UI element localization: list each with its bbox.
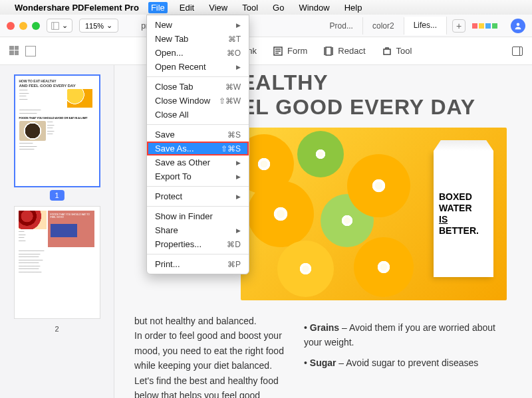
menu-item-export-to[interactable]: Export To▶ — [147, 169, 249, 183]
menu-separator — [147, 186, 249, 187]
menu-item-close-window[interactable]: Close Window⇧⌘W — [147, 94, 249, 108]
body-text-left: but not healthy and balanced. In order t… — [134, 314, 284, 398]
tool-label: Tool — [396, 46, 412, 56]
single-page-icon[interactable] — [25, 46, 36, 56]
chevron-down-icon: ⌄ — [106, 21, 112, 30]
menu-item-label: Open... — [155, 48, 184, 58]
body-text-right: • Grains – Avoid them if you are worried… — [304, 314, 512, 398]
menu-item-label: Show in Finder — [155, 211, 213, 221]
berries-thumbnail-image — [19, 211, 47, 229]
doc-tab-active[interactable]: Lifes... — [404, 17, 447, 35]
submenu-arrow-icon: ▶ — [236, 22, 241, 29]
menu-item-label: Protect — [155, 191, 182, 201]
menu-view[interactable]: View — [206, 2, 230, 13]
menu-item-label: Save As... — [155, 144, 194, 153]
menu-item-new-tab[interactable]: New Tab⌘T — [147, 32, 249, 46]
menu-help[interactable]: Help — [342, 2, 365, 13]
menu-file[interactable]: File — [148, 2, 168, 13]
page-thumbnail-2[interactable]: ━━━━━━━━━━━━━━━━━━ FOODS THAT YOU SHOULD… — [14, 206, 100, 319]
submenu-arrow-icon: ▶ — [236, 227, 241, 234]
thumbnails-sidebar[interactable]: HOW TO EAT HEALTHYAND FEEL GOOD EVERY DA… — [0, 65, 114, 398]
zoom-select[interactable]: 115% ⌄ — [79, 19, 118, 33]
menu-item-print[interactable]: Print...⌘P — [147, 257, 249, 271]
menu-shortcut: ⌘W — [225, 82, 241, 92]
file-menu-dropdown: New▶New Tab⌘TOpen...⌘OOpen Recent▶Close … — [146, 15, 249, 274]
close-button[interactable] — [7, 22, 15, 30]
menu-shortcut: ⌘P — [227, 260, 241, 269]
document-heading: EALTHY EL GOOD EVERY DAY — [241, 70, 512, 120]
menu-item-new[interactable]: New▶ — [147, 18, 249, 32]
view-mode-icons — [9, 46, 36, 56]
menu-item-label: Save — [155, 130, 175, 140]
menu-item-label: Close Window — [155, 96, 210, 106]
thumbnail-view-icon[interactable] — [9, 46, 19, 55]
redact-label: Redact — [338, 46, 365, 56]
menu-go[interactable]: Go — [270, 2, 287, 13]
submenu-arrow-icon: ▶ — [236, 159, 241, 166]
window-toolbar: ⌄ 115% ⌄ prod... Prod... color2 Lifes...… — [0, 15, 532, 37]
macos-menubar: Wondershare PDFelement Pro File Edit Vie… — [0, 0, 532, 15]
svg-rect-0 — [52, 22, 59, 29]
menu-shortcut: ⌘S — [227, 130, 241, 140]
menu-item-open[interactable]: Open...⌘O — [147, 46, 249, 60]
maximize-button[interactable] — [32, 22, 40, 30]
menu-item-close-tab[interactable]: Close Tab⌘W — [147, 80, 249, 94]
menu-item-save-as-other[interactable]: Save as Other▶ — [147, 155, 249, 169]
menu-shortcut: ⌘O — [227, 49, 241, 58]
chevron-down-icon: ⌄ — [62, 21, 68, 30]
tool-button[interactable]: Tool — [382, 46, 412, 56]
menu-shortcut: ⌘T — [228, 35, 241, 44]
menu-item-label: New — [155, 20, 172, 30]
submenu-arrow-icon: ▶ — [236, 193, 241, 200]
page-number-badge: 1 — [49, 190, 64, 201]
menu-window[interactable]: Window — [296, 2, 332, 13]
hero-image: BOXED WATER IS BETTER. — [241, 128, 507, 300]
page-number-badge: 2 — [55, 325, 59, 333]
toggle-panel-icon[interactable] — [512, 47, 523, 56]
submenu-arrow-icon: ▶ — [236, 173, 241, 180]
ribbon-toolbar: Image Link Form Redact Tool — [0, 37, 532, 65]
pink-panel-thumbnail: FOODS THAT YOU SHOULD EAT TO FEEL GOOD — [48, 211, 94, 247]
menu-edit[interactable]: Edit — [177, 2, 197, 13]
add-tab-button[interactable]: + — [452, 19, 466, 33]
sidebar-mode-select[interactable]: ⌄ — [47, 19, 72, 33]
app-window: ⌄ 115% ⌄ prod... Prod... color2 Lifes...… — [0, 15, 532, 398]
coffee-thumbnail-image — [19, 121, 46, 141]
svg-rect-9 — [326, 47, 331, 55]
menu-item-save[interactable]: Save⌘S — [147, 128, 249, 142]
menu-item-label: Share — [155, 225, 178, 235]
menu-shortcut: ⇧⌘S — [221, 144, 241, 153]
menu-item-label: Save as Other — [155, 157, 210, 167]
menu-item-save-as[interactable]: Save As...⇧⌘S — [147, 142, 249, 155]
menu-item-open-recent[interactable]: Open Recent▶ — [147, 60, 249, 74]
menu-item-label: Print... — [155, 259, 180, 269]
blueberries-thumbnail-image — [51, 224, 77, 237]
doc-tab[interactable]: Prod... — [321, 17, 363, 35]
minimize-button[interactable] — [19, 22, 27, 30]
app-name: Wondershare PDFelement Pro — [15, 3, 139, 13]
menu-shortcut: ⌘D — [227, 240, 241, 249]
menu-separator — [147, 206, 249, 207]
menu-item-protect[interactable]: Protect▶ — [147, 189, 249, 203]
workspace: HOW TO EAT HEALTHYAND FEEL GOOD EVERY DA… — [0, 65, 532, 398]
svg-point-2 — [517, 23, 520, 26]
apps-icon[interactable] — [472, 23, 497, 29]
menu-item-close-all[interactable]: Close All — [147, 108, 249, 122]
menu-item-label: Open Recent — [155, 62, 206, 72]
form-button[interactable]: Form — [273, 46, 307, 56]
submenu-arrow-icon: ▶ — [236, 64, 241, 70]
menu-shortcut: ⇧⌘W — [219, 96, 241, 106]
menu-item-share[interactable]: Share▶ — [147, 223, 249, 237]
menu-item-show-in-finder[interactable]: Show in Finder — [147, 209, 249, 223]
form-label: Form — [287, 46, 307, 56]
menu-item-label: Export To — [155, 171, 192, 181]
redact-button[interactable]: Redact — [323, 46, 365, 56]
doc-tab[interactable]: color2 — [363, 17, 404, 35]
user-avatar[interactable] — [511, 19, 525, 33]
menu-tool[interactable]: Tool — [239, 2, 261, 13]
menu-item-properties[interactable]: Properties...⌘D — [147, 237, 249, 251]
page-thumbnail-1[interactable]: HOW TO EAT HEALTHYAND FEEL GOOD EVERY DA… — [14, 74, 100, 187]
window-controls — [7, 22, 40, 30]
zoom-value: 115% — [85, 22, 104, 30]
menu-separator — [147, 254, 249, 254]
